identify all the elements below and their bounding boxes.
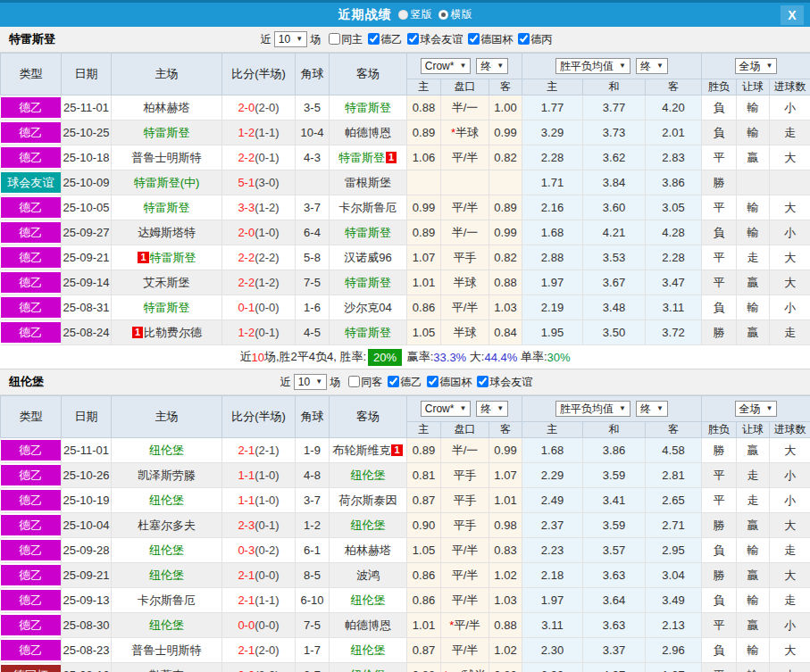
league-checkbox[interactable]: 球会友谊 xyxy=(472,375,532,390)
score-cell: 2-1(0-0) xyxy=(222,563,296,588)
result-goals-cell xyxy=(770,170,810,195)
corners-cell: 6-1 xyxy=(296,538,330,563)
handicap-text: 平手 xyxy=(454,519,477,532)
final2-select[interactable]: 终▼ xyxy=(636,58,668,74)
team-name-text: 纽伦堡 xyxy=(149,494,184,507)
corners-cell: 2-7 xyxy=(296,663,330,672)
league-checkbox-box[interactable] xyxy=(427,376,438,387)
handicap-cell: 半/一 xyxy=(441,95,489,120)
date-cell: 25-10-05 xyxy=(62,195,112,220)
team-name-text: 纽伦堡 xyxy=(351,519,386,532)
final1-select[interactable]: 终▼ xyxy=(476,58,508,74)
league-checkbox-box[interactable] xyxy=(407,33,419,45)
avg-select[interactable]: 胜平负均值▼ xyxy=(555,401,630,417)
avg-away-cell: 4.20 xyxy=(646,95,702,120)
league-checkbox[interactable]: 德乙 xyxy=(363,32,402,47)
avg-home-cell: 1.68 xyxy=(522,220,583,245)
same-venue-checkbox-box[interactable] xyxy=(329,33,340,45)
home-team-cell: 普鲁士明斯特 xyxy=(112,638,222,663)
column-header: 主场 xyxy=(112,396,222,438)
fulltime-score: 2-2 xyxy=(238,151,255,164)
team-name-text: 纽伦堡 xyxy=(149,568,184,582)
odds-home-cell: 1.05 xyxy=(407,320,441,345)
odds-away-cell: 0.88 xyxy=(489,613,522,638)
avg-away-cell: 1.37 xyxy=(646,663,702,672)
match-count-select[interactable]: 10▼ xyxy=(294,374,327,390)
avg-draw-cell: 3.64 xyxy=(583,588,646,613)
avg-select-value: 胜平负均值 xyxy=(560,402,614,415)
fulltime-select[interactable]: 全场▼ xyxy=(735,401,778,417)
column-header: 比分(半场) xyxy=(222,54,296,95)
result-goals-cell: 大 xyxy=(770,563,810,588)
competition-type-badge: 德乙 xyxy=(1,322,62,343)
score-cell: 5-1(3-0) xyxy=(222,170,296,195)
final1-select[interactable]: 终▼ xyxy=(476,401,508,417)
radio-vertical-layout[interactable]: 竖版 xyxy=(398,7,432,22)
league-checkbox[interactable]: 德国杯 xyxy=(422,375,472,390)
same-venue-checkbox[interactable]: 同主 xyxy=(323,32,363,47)
halftime-score: (0-1) xyxy=(255,151,279,164)
handicap-cell: 平/半 xyxy=(441,538,489,563)
sub-column-header: 主 xyxy=(407,422,441,438)
header-row-main: 类型日期主场比分(半场)角球客场Crow*▼终▼胜平负均值▼终▼全场▼ xyxy=(1,396,810,422)
type-cell: 德乙 xyxy=(1,588,62,613)
chevron-down-icon: ▼ xyxy=(619,60,626,72)
corners-cell: 6-4 xyxy=(296,220,330,245)
fulltime-score: 1-2 xyxy=(238,126,255,139)
league-checkbox-box[interactable] xyxy=(477,376,489,387)
result-handicap-cell: 輸 xyxy=(737,95,770,120)
halftime-score: (1-0) xyxy=(255,494,279,507)
corners-cell xyxy=(296,170,330,195)
date-cell: 25-09-21 xyxy=(62,563,112,588)
result-outcome-cell: 負 xyxy=(702,295,737,320)
result-goals-cell: 大 xyxy=(770,245,810,270)
away-team-cell: 卡尔斯鲁厄 xyxy=(330,195,407,220)
final2-select[interactable]: 终▼ xyxy=(636,401,668,417)
result-goals-cell: 小 xyxy=(770,95,810,120)
league-checkbox[interactable]: 球会友谊 xyxy=(402,32,463,47)
crow-select[interactable]: Crow*▼ xyxy=(421,58,472,74)
summary-segment: 场,胜2平4负4, 胜率: xyxy=(264,349,366,365)
odds-home-cell xyxy=(407,170,441,195)
type-cell: 德乙 xyxy=(1,563,62,588)
crow-select[interactable]: Crow*▼ xyxy=(421,401,472,417)
handicap-text: 半/一 xyxy=(452,226,479,239)
avg-draw-cell: 3.50 xyxy=(583,320,646,345)
handicap-cell xyxy=(441,170,489,195)
avg-draw-cell: 3.53 xyxy=(583,245,646,270)
score-cell: 1-1(1-0) xyxy=(222,463,296,488)
corners-cell: 10-4 xyxy=(296,120,330,145)
away-team-cell: 帕德博恩 xyxy=(330,120,407,145)
result-outcome-cell: 勝 xyxy=(702,563,737,588)
league-checkbox-box[interactable] xyxy=(388,376,399,387)
league-checkbox[interactable]: 德国杯 xyxy=(463,32,513,47)
avg-away-cell: 3.86 xyxy=(646,170,702,195)
same-venue-checkbox[interactable]: 同客 xyxy=(343,375,382,390)
sub-column-header: 让球 xyxy=(737,79,770,95)
league-checkbox-box[interactable] xyxy=(468,33,480,45)
corners-cell: 8-5 xyxy=(296,563,330,588)
competition-type-badge: 德乙 xyxy=(1,147,62,168)
match-count-select[interactable]: 10▼ xyxy=(274,31,307,47)
league-checkbox[interactable]: 德乙 xyxy=(382,375,422,390)
avg-draw-cell: 4.97 xyxy=(583,663,646,672)
avg-select[interactable]: 胜平负均值▼ xyxy=(555,58,630,74)
home-team-cell: 柏林赫塔 xyxy=(112,95,222,120)
result-goals-cell: 小 xyxy=(770,295,810,320)
league-checkbox[interactable]: 德丙 xyxy=(513,32,552,47)
close-icon[interactable]: X xyxy=(781,5,804,25)
team-name-text: 纽伦堡 xyxy=(351,469,386,482)
avg-home-cell: 1.77 xyxy=(522,95,583,120)
league-checkbox-box[interactable] xyxy=(368,33,380,45)
type-cell: 德乙 xyxy=(1,245,62,270)
handicap-text: 平/半 xyxy=(452,151,479,164)
radio-horizontal-layout[interactable]: 横版 xyxy=(438,7,472,22)
type-cell: 德乙 xyxy=(1,438,62,463)
team-name-text: 纽伦堡 xyxy=(351,643,386,657)
fulltime-select[interactable]: 全场▼ xyxy=(735,58,778,74)
same-venue-checkbox-box[interactable] xyxy=(348,376,360,387)
result-outcome-cell: 平 xyxy=(702,245,737,270)
team-name-text: 特雷斯登(中) xyxy=(134,176,200,189)
avg-away-cell: 3.72 xyxy=(646,320,702,345)
league-checkbox-box[interactable] xyxy=(518,33,530,45)
